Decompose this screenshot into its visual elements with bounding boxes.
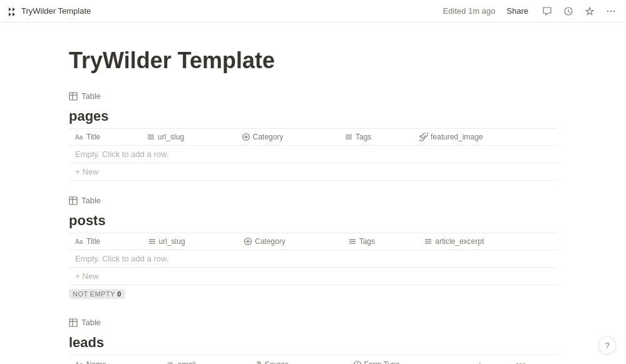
empty-row-text: Empty. Click to add a row. [69,146,557,163]
add-new-label: New [83,167,99,176]
col-name: Title [86,237,100,246]
col-header-posts-2[interactable]: Category [237,233,341,250]
col-name: Category [253,133,284,141]
col-header-posts-1[interactable]: url_slug [141,233,238,250]
plus-icon: + [75,167,80,176]
add-new-label: New [83,271,99,281]
svg-text:Aa: Aa [75,361,83,364]
col-header-pages-0[interactable]: AaTitle [69,129,140,146]
col-more-icon[interactable]: ••• [515,359,526,364]
col-name: featured_image [431,133,483,141]
col-header-leads-2[interactable]: Source [247,355,347,365]
page-content: TryWilder Template TablepagesAaTitleurl_… [31,23,595,364]
table-label-text: Table [81,91,101,101]
col-header-pages-1[interactable]: url_slug [140,129,235,146]
table-label-text: Table [81,318,101,327]
col-header-pages-4[interactable]: featured_image [413,129,557,146]
db-table-pages: AaTitleurl_slugCategoryTagsfeatured_imag… [69,128,557,181]
col-name: article_excerpt [435,237,484,246]
add-col-icon[interactable]: + [477,359,483,364]
empty-row[interactable]: Empty. Click to add a row. [69,250,557,268]
svg-point-3 [613,10,615,11]
db-name-leads: leads [69,335,104,350]
comment-button[interactable] [540,5,555,18]
table-section-leads: TableleadsAaName@emailSourceForm Type+••… [31,315,595,364]
star-icon [585,6,595,16]
col-name: Form Type [364,360,400,364]
add-new-row[interactable]: +New [69,163,557,181]
empty-row[interactable]: Empty. Click to add a row. [69,146,557,163]
svg-point-1 [607,10,608,11]
svg-point-2 [610,10,612,11]
table-section-pages: TablepagesAaTitleurl_slugCategoryTagsfea… [31,89,595,181]
db-table-posts: AaTitleurl_slugCategoryTagsarticle_excer… [69,233,557,285]
add-column-button[interactable]: + [471,355,509,365]
more-icon [606,6,616,16]
add-new-row[interactable]: +New [69,268,557,285]
col-header-leads-3[interactable]: Form Type [347,355,471,365]
history-icon [563,6,573,16]
db-name-posts: posts [69,213,106,228]
col-name: Source [265,360,289,364]
plus-icon: + [75,271,80,281]
page-title: TryWilder Template [31,48,595,74]
filter-row: NOT EMPTY 0 [31,285,595,303]
tables-container: TablepagesAaTitleurl_slugCategoryTagsfea… [31,89,595,364]
not-empty-badge: NOT EMPTY 0 [69,289,125,299]
table-label-leads: Table [31,315,595,330]
col-more-button[interactable]: ••• [509,355,557,365]
filter-count: 0 [117,290,121,298]
table-label-posts: Table [31,193,595,208]
col-name: Tags [356,133,371,141]
col-header-pages-2[interactable]: Category [235,129,338,146]
favorite-button[interactable] [582,5,597,18]
more-options-button[interactable] [603,5,618,18]
table-label-pages: Table [31,89,595,103]
col-header-posts-4[interactable]: article_excerpt [418,233,557,250]
help-button[interactable]: ? [598,336,616,354]
col-header-pages-3[interactable]: Tags [338,129,413,146]
empty-row-text: Empty. Click to add a row. [69,250,557,268]
col-name: Title [86,133,100,141]
svg-text:Aa: Aa [75,238,83,245]
col-header-posts-3[interactable]: Tags [342,233,418,250]
topbar-right: Edited 1m ago Share [443,5,618,18]
col-name: url_slug [159,237,185,246]
edited-text: Edited 1m ago [443,6,495,16]
table-section-posts: TablepostsAaTitleurl_slugCategoryTagsart… [31,193,595,303]
svg-text:@: @ [167,361,173,364]
topbar-left: TryWilder Template [8,6,91,16]
table-label-text: Table [81,196,101,205]
svg-rect-17 [69,197,77,205]
comment-icon [542,6,552,16]
db-name-pages: pages [69,108,109,124]
svg-rect-4 [69,93,77,100]
col-name: email [178,360,196,364]
col-name: Name [86,360,106,364]
app-logo-icon [8,6,18,16]
col-name: url_slug [158,133,184,141]
topbar: TryWilder Template Edited 1m ago Share [0,0,626,23]
col-header-leads-1[interactable]: @email [160,355,247,365]
app-title: TryWilder Template [21,6,91,16]
svg-rect-33 [69,319,77,326]
svg-text:Aa: Aa [75,134,83,141]
col-header-leads-0[interactable]: AaName [69,355,160,365]
db-table-leads: AaName@emailSourceForm Type+•••Empty. Cl… [69,355,557,364]
history-button[interactable] [561,5,576,18]
col-name: Category [255,237,285,246]
col-name: Tags [359,237,375,246]
share-button[interactable]: Share [501,5,533,17]
col-header-posts-0[interactable]: AaTitle [69,233,141,250]
